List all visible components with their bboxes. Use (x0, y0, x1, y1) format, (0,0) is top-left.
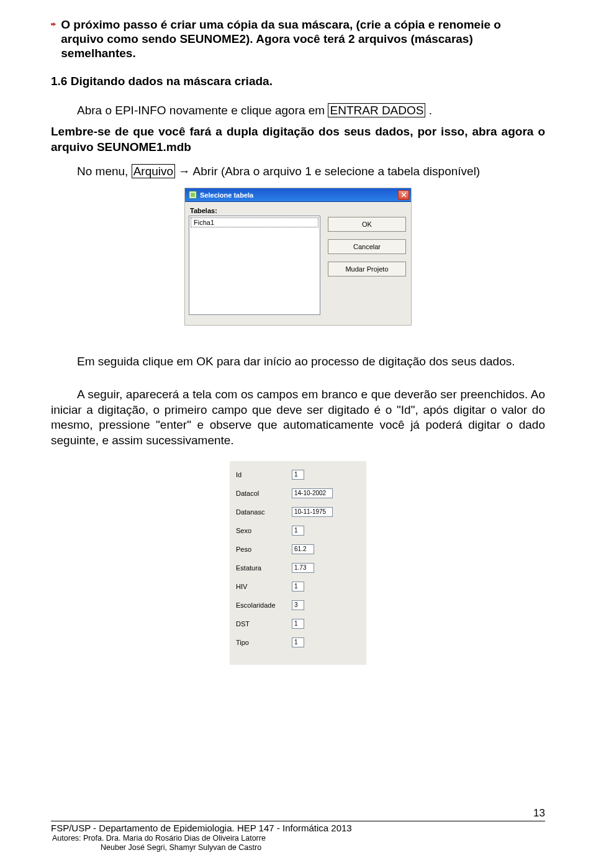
field-input[interactable]: 1.73 (292, 563, 314, 573)
field-label: Datanasc (236, 508, 292, 516)
footer-line-1: FSP/USP - Departamento de Epidemiologia.… (51, 823, 545, 834)
field-label: DST (236, 620, 292, 628)
form-row: Datanasc10-11-1975 (236, 507, 360, 517)
field-input[interactable]: 1 (292, 526, 304, 536)
dialog-titlebar: Selecione tabela (185, 188, 411, 202)
boxed-entrar-dados: ENTRAR DADOS (328, 103, 425, 117)
paragraph-lembre: Lembre-se de que você fará a dupla digit… (51, 124, 545, 155)
field-input[interactable]: 61.2 (292, 544, 314, 554)
text: Lembre-se de que você fará a dupla digit… (51, 125, 545, 153)
ok-button[interactable]: OK (328, 217, 406, 232)
form-row: Peso61.2 (236, 544, 360, 554)
tables-label: Tabelas: (190, 207, 406, 214)
footer-line-3: Neuber José Segri, Shamyr Sulyvan de Cas… (51, 843, 545, 853)
page-number: 13 (533, 807, 545, 820)
field-label: HIV (236, 583, 292, 590)
boxed-arquivo: Arquivo (132, 164, 175, 178)
field-input[interactable]: 1 (292, 582, 304, 592)
paragraph-intro: O próximo passo é criar uma cópia da sua… (61, 17, 545, 61)
dialog-title: Selecione tabela (200, 191, 398, 199)
svg-marker-1 (53, 22, 56, 26)
change-project-button[interactable]: Mudar Projeto (328, 262, 406, 276)
svg-rect-3 (191, 193, 195, 197)
text: . (425, 104, 432, 117)
form-row: HIV1 (236, 582, 360, 592)
field-input[interactable]: 1 (292, 637, 304, 647)
text: Abra o EPI-INFO novamente e clique agora… (77, 104, 328, 117)
field-input[interactable]: 3 (292, 600, 304, 610)
close-button[interactable] (398, 190, 409, 200)
tables-listbox[interactable]: Ficha1 (189, 216, 320, 315)
form-row: Sexo1 (236, 526, 360, 536)
paragraph-aseguir: A seguir, aparecerá a tela com os campos… (51, 387, 545, 449)
field-input[interactable]: 14-10-2002 (292, 488, 333, 498)
field-label: Estatura (236, 564, 292, 572)
list-item[interactable]: Ficha1 (191, 217, 318, 227)
heading-1-6: 1.6 Digitando dados na máscara criada. (51, 75, 545, 88)
footer-line-2: Autores: Profa. Dra. Maria do Rosário Di… (51, 834, 545, 844)
paragraph-emseguida: Em seguida clique em OK para dar início … (51, 354, 545, 370)
svg-rect-0 (51, 23, 53, 25)
paragraph-abra: Abra o EPI-INFO novamente e clique agora… (51, 103, 545, 119)
arrow-icon (51, 19, 56, 29)
field-label: Id (236, 471, 292, 478)
field-input[interactable]: 1 (292, 470, 304, 480)
field-label: Datacol (236, 490, 292, 497)
form-row: Id1 (236, 470, 360, 480)
form-row: Estatura1.73 (236, 563, 360, 573)
footer-rule (51, 821, 545, 821)
field-label: Tipo (236, 639, 292, 646)
field-label: Peso (236, 546, 292, 553)
form-row: Datacol14-10-2002 (236, 488, 360, 498)
form-row: Escolaridade3 (236, 600, 360, 610)
field-input[interactable]: 10-11-1975 (292, 507, 333, 517)
field-label: Escolaridade (236, 601, 292, 609)
app-icon (189, 191, 197, 199)
paragraph-nomenu: No menu, Arquivo → Abrir (Abra o arquivo… (51, 164, 545, 180)
form-row: Tipo1 (236, 637, 360, 647)
text: → Abrir (Abra o arquivo 1 e selecione a … (175, 165, 480, 178)
field-input[interactable]: 1 (292, 619, 304, 629)
data-entry-form: Id1Datacol14-10-2002Datanasc10-11-1975Se… (230, 461, 366, 665)
field-label: Sexo (236, 527, 292, 534)
form-row: DST1 (236, 619, 360, 629)
select-table-dialog: Selecione tabela Tabelas: Ficha1 OK Canc… (184, 188, 412, 326)
cancel-button[interactable]: Cancelar (328, 239, 406, 254)
text: No menu, (77, 165, 132, 178)
close-icon (401, 192, 407, 198)
